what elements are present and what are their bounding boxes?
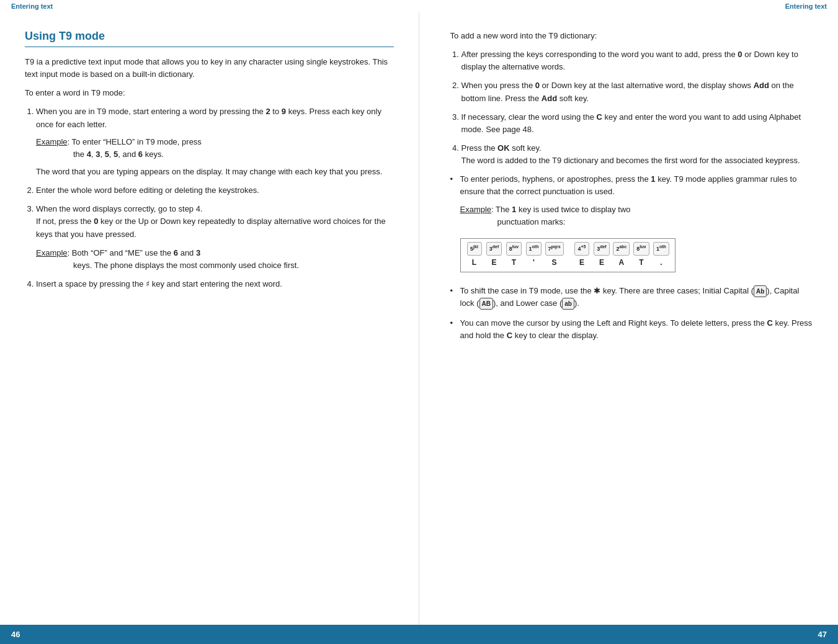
key-1dot: 1oth . (653, 242, 670, 269)
right-page: To add a new word into the T9 dictionary… (419, 12, 839, 625)
star-key-icon: ✱ (594, 286, 600, 295)
right-step3-text: If necessary, clear the word using the C… (461, 112, 801, 134)
key-letter-T1: T (512, 257, 516, 269)
step1-key3: 5 (105, 150, 109, 159)
bullet1-example: Example: The 1 key is used twice to disp… (460, 203, 814, 228)
step3-bold1: 6 (174, 248, 178, 257)
to-enter-label: To enter a word in T9 mode: (25, 87, 394, 99)
step3-bold: 0 (94, 217, 98, 226)
step1-example-indent: the 4, 3, 5, 5, and 6 keys. (36, 148, 394, 161)
bullet3-text: You can move the cursor by using the Lef… (460, 318, 813, 340)
left-step-2: Enter the whole word before editing or d… (36, 184, 394, 197)
right-bullets-list: To enter periods, hyphens, or apostrophe… (450, 173, 814, 342)
right-step2-text: When you press the 0 or Down key at the … (461, 81, 794, 102)
right-step2-bold3: Add (542, 94, 557, 103)
key-letter-T2: T (639, 257, 643, 269)
step1-example-text: Example: To enter “HELLO” in T9 mode, pr… (36, 137, 394, 161)
right-step1-bold1: 0 (738, 50, 742, 59)
step4-text: Insert a space by pressing the ♯ key and… (36, 279, 282, 288)
bullet1-text: To enter periods, hyphens, or apostrophe… (460, 174, 797, 196)
right-bullet-2: To shift the case in T9 mode, use the ✱ … (450, 285, 814, 310)
key-box-3a: 3def (486, 242, 502, 256)
key-box-3b: 3def (594, 242, 610, 256)
key-letter-A: A (619, 257, 625, 269)
right-step4-bold1: OK (497, 143, 510, 153)
bullet2-text: To shift the case in T9 mode, use the ✱ … (460, 286, 800, 308)
left-steps-list: When you are in T9 mode, start entering … (36, 105, 394, 290)
right-steps-list: After pressing the keys corresponding to… (461, 48, 814, 167)
key-3def-b: 3def E (593, 242, 610, 269)
step3-bold2: 3 (196, 248, 200, 257)
right-step1-text: After pressing the keys corresponding to… (461, 50, 798, 71)
step1-bold1: 2 (265, 107, 270, 116)
bullet3-bold2: C (507, 331, 512, 340)
page-num-left: 46 (6, 628, 25, 640)
key-box-7: 7pqrs (545, 242, 564, 256)
key-box-45: 4+5 (574, 242, 589, 256)
step1-bold2: 9 (282, 107, 286, 116)
bullet1-example-indent: punctuation marks: (460, 216, 814, 228)
right-step3-bold1: C (596, 112, 602, 122)
step3-example-indent: keys. The phone displays the most common… (36, 259, 394, 272)
top-bar: Entering text Entering text (0, 0, 838, 12)
right-step4-note: The word is added to the T9 dictionary a… (461, 154, 814, 167)
step3-sub1: If not, press the 0 key or the Up or Dow… (36, 215, 394, 240)
bullet3-bold1: C (767, 318, 773, 328)
key-5jkl: 5jkl L (466, 242, 483, 269)
key-2abc: 2abc A (613, 242, 630, 269)
step2-text: Enter the whole word before editing or d… (36, 186, 259, 195)
right-step-4: Press the OK soft key. The word is added… (461, 142, 814, 167)
key-letter-E3: E (599, 257, 604, 269)
step1-key2: 3 (96, 150, 100, 159)
bullet1-bold1: 1 (651, 174, 655, 184)
left-page: Using T9 mode T9 ia a predictive text in… (0, 12, 419, 625)
section-divider (25, 47, 394, 47)
section-title: Using T9 mode (25, 30, 394, 43)
right-step4-text: Press the OK soft key. (461, 143, 542, 153)
bottom-bar: 46 47 (0, 625, 838, 644)
left-step-4: Insert a space by pressing the ♯ key and… (36, 278, 394, 290)
step1-example: Example: To enter “HELLO” in T9 mode, pr… (36, 136, 394, 161)
left-step-3: When the word displays correctly, go to … (36, 203, 394, 272)
page-num-right: 47 (813, 628, 832, 640)
right-step-2: When you press the 0 or Down key at the … (461, 79, 814, 104)
step3-example: Example: Both “OF” and “ME” use the 6 an… (36, 247, 394, 272)
step3-example-text: Example: Both “OF” and “ME” use the 6 an… (36, 248, 394, 272)
key-letter-L: L (472, 257, 476, 269)
key-letter-E2: E (579, 257, 584, 269)
step1-key1: 4 (87, 150, 91, 159)
bullet1-key: 1 (512, 205, 516, 214)
key-box-8a: 8tuv (506, 242, 522, 256)
key-display-row: 5jkl L 3def E 8tuv T 1oth ' (460, 238, 675, 272)
key-box-2: 2abc (613, 242, 630, 256)
right-step-3: If necessary, clear the word using the C… (461, 111, 814, 136)
icon-Ab: Ab (754, 285, 767, 298)
left-step-1: When you are in T9 mode, start entering … (36, 105, 394, 178)
step1-note: The word that you are typing appears on … (36, 166, 394, 178)
key-letter-dot: . (660, 257, 662, 269)
example-label-2: Example (36, 248, 68, 257)
key-45: 4+5 E (573, 242, 591, 269)
key-letter-E1: E (491, 257, 496, 269)
intro-text: T9 ia a predictive text input mode that … (25, 56, 394, 81)
right-bullet-1: To enter periods, hyphens, or apostrophe… (450, 173, 814, 277)
step1-key4: 5 (114, 150, 118, 159)
key-1apos: 1oth ' (525, 242, 543, 269)
header-left-title: Entering text (11, 2, 53, 10)
icon-AB: AB (479, 298, 493, 310)
key-box-1a: 1oth (526, 242, 542, 256)
key-box-1b: 1oth (653, 242, 669, 256)
key-box-5: 5jkl (467, 242, 482, 256)
step1-text: When you are in T9 mode, start entering … (36, 107, 381, 128)
key-letter-S: S (552, 257, 557, 269)
content-area: Using T9 mode T9 ia a predictive text in… (0, 12, 838, 625)
key-letter-apos: ' (533, 257, 535, 269)
example-label-1: Example (36, 137, 68, 146)
key-8tuv-b: 8tuv T (633, 242, 650, 269)
key-3def: 3def E (486, 242, 503, 269)
right-step2-bold2: Add (754, 81, 769, 90)
bullet1-example-text: Example: The 1 key is used twice to disp… (460, 205, 814, 228)
icon-ab: ab (562, 298, 574, 310)
right-step2-bold1: 0 (535, 81, 540, 90)
header-right-title: Entering text (785, 2, 827, 10)
